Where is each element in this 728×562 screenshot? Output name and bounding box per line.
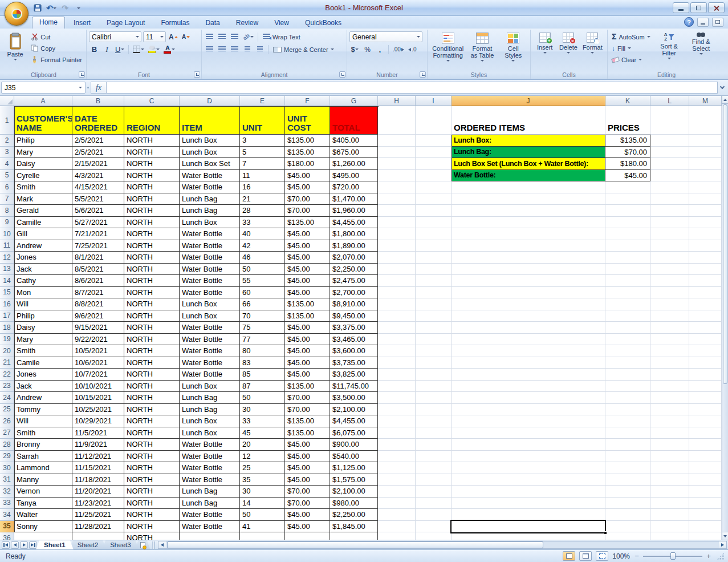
cell-G13[interactable]: $2,250.00: [330, 264, 378, 276]
cell-A28[interactable]: Bronny: [14, 439, 72, 451]
cell-I20[interactable]: [416, 345, 452, 357]
tab-review[interactable]: Review: [229, 17, 266, 29]
undo-button[interactable]: ↶: [46, 2, 57, 14]
cell-I21[interactable]: [416, 357, 452, 369]
cell-E2[interactable]: 3: [240, 135, 285, 147]
cell-I12[interactable]: [416, 252, 452, 264]
cell-D3[interactable]: Lunch Box: [180, 147, 240, 159]
cell-A23[interactable]: Jack: [14, 381, 72, 393]
col-header-I[interactable]: I: [416, 96, 452, 106]
sheet-tab-sheet3[interactable]: Sheet3: [102, 540, 139, 549]
row-header-19[interactable]: 19: [0, 334, 14, 346]
header-cell-G1[interactable]: TOTAL: [330, 106, 378, 135]
cell-K7[interactable]: [605, 193, 650, 205]
cell-K23[interactable]: [605, 381, 650, 393]
cell-K4[interactable]: $180.00: [605, 158, 650, 170]
row-header-25[interactable]: 25: [0, 404, 14, 416]
cell-L34[interactable]: [650, 509, 689, 521]
row-header-13[interactable]: 13: [0, 264, 14, 276]
cell-G16[interactable]: $8,910.00: [330, 298, 378, 310]
cell-J28[interactable]: [452, 439, 605, 451]
cell-D15[interactable]: Water Bottle: [180, 287, 240, 299]
cell-I6[interactable]: [416, 181, 452, 193]
cell-K19[interactable]: [605, 334, 650, 346]
cell-D5[interactable]: Water Bottle: [180, 170, 240, 182]
borders-button[interactable]: [132, 44, 145, 55]
cell-K33[interactable]: [605, 498, 650, 510]
cell-D30[interactable]: Water Bottle: [180, 462, 240, 474]
cell-E36[interactable]: [240, 532, 285, 540]
cell-G11[interactable]: $1,890.00: [330, 240, 378, 252]
scroll-down-button[interactable]: [722, 532, 728, 540]
cell-A26[interactable]: Will: [14, 415, 72, 427]
cell-H29[interactable]: [378, 451, 416, 463]
formula-bar-expand-button[interactable]: [718, 82, 727, 94]
cell-A3[interactable]: Mary: [14, 147, 72, 159]
cell-K35[interactable]: [605, 521, 650, 533]
sheet-tab-sheet2[interactable]: Sheet2: [70, 540, 106, 549]
row-header-24[interactable]: 24: [0, 392, 14, 404]
col-header-D[interactable]: D: [180, 96, 240, 106]
cell-L9[interactable]: [650, 217, 689, 229]
cell-I1[interactable]: [416, 106, 452, 135]
cell-F20[interactable]: $45.00: [285, 345, 330, 357]
cell-K25[interactable]: [605, 404, 650, 416]
conditional-formatting-button[interactable]: Conditional Formatting: [432, 31, 465, 62]
cell-C29[interactable]: NORTH: [124, 451, 180, 463]
cell-E29[interactable]: 12: [240, 451, 285, 463]
cell-A14[interactable]: Cathy: [14, 275, 72, 287]
cell-H20[interactable]: [378, 345, 416, 357]
cell-B21[interactable]: 10/6/2021: [72, 357, 124, 369]
cell-J10[interactable]: [452, 228, 605, 240]
cell-H14[interactable]: [378, 275, 416, 287]
cell-A29[interactable]: Sarrah: [14, 451, 72, 463]
wrap-text-button[interactable]: Wrap Text: [261, 31, 302, 42]
cell-D18[interactable]: Water Bottle: [180, 322, 240, 334]
cell-I35[interactable]: [416, 521, 452, 533]
row-header-18[interactable]: 18: [0, 322, 14, 334]
row-header-6[interactable]: 6: [0, 181, 14, 193]
number-dialog-launcher[interactable]: [420, 71, 426, 78]
cell-A15[interactable]: Mon: [14, 287, 72, 299]
cell-D8[interactable]: Lunch Bag: [180, 205, 240, 217]
cell-A6[interactable]: Smith: [14, 181, 72, 193]
sheet-tab-sheet1[interactable]: Sheet1: [36, 540, 74, 549]
align-middle-button[interactable]: [217, 31, 227, 42]
cell-K16[interactable]: [605, 298, 650, 310]
cell-J31[interactable]: [452, 474, 605, 486]
cell-M20[interactable]: [689, 345, 722, 357]
cell-D16[interactable]: Lunch Box: [180, 298, 240, 310]
cell-F15[interactable]: $45.00: [285, 287, 330, 299]
cell-C23[interactable]: NORTH: [124, 381, 180, 393]
cell-F30[interactable]: $45.00: [285, 462, 330, 474]
cell-C18[interactable]: NORTH: [124, 322, 180, 334]
cell-L27[interactable]: [650, 427, 689, 439]
cell-C21[interactable]: NORTH: [124, 357, 180, 369]
cut-button[interactable]: Cut: [29, 31, 84, 42]
cell-E7[interactable]: 21: [240, 193, 285, 205]
cell-M15[interactable]: [689, 287, 722, 299]
cell-M28[interactable]: [689, 439, 722, 451]
cell-I22[interactable]: [416, 369, 452, 381]
cell-G24[interactable]: $3,500.00: [330, 392, 378, 404]
row-header-34[interactable]: 34: [0, 509, 14, 521]
cell-L36[interactable]: [650, 532, 689, 540]
cell-C16[interactable]: NORTH: [124, 298, 180, 310]
cell-K21[interactable]: [605, 357, 650, 369]
tab-view[interactable]: View: [267, 17, 296, 29]
cell-G4[interactable]: $1,260.00: [330, 158, 378, 170]
help-button[interactable]: ?: [684, 17, 694, 27]
cell-M33[interactable]: [689, 498, 722, 510]
align-right-button[interactable]: [229, 44, 240, 55]
cell-C8[interactable]: NORTH: [124, 205, 180, 217]
cell-M29[interactable]: [689, 451, 722, 463]
cell-I24[interactable]: [416, 392, 452, 404]
cell-H31[interactable]: [378, 474, 416, 486]
formula-bar-splitter[interactable]: [86, 82, 91, 94]
col-header-B[interactable]: B: [72, 96, 124, 106]
cell-C3[interactable]: NORTH: [124, 147, 180, 159]
cell-E35[interactable]: 41: [240, 521, 285, 533]
font-size-select[interactable]: 11: [143, 31, 166, 42]
cell-B11[interactable]: 7/25/2021: [72, 240, 124, 252]
office-button[interactable]: [5, 2, 29, 26]
